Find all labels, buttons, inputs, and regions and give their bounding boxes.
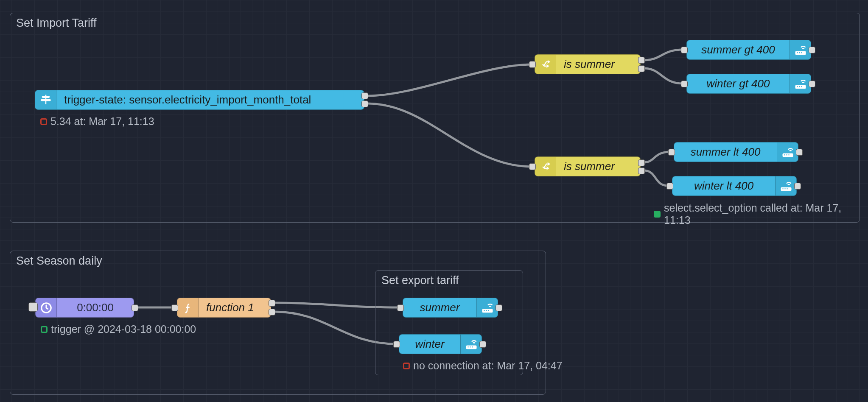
node-trigger-state[interactable]: trigger-state: sensor.electricity_import… — [35, 90, 364, 110]
port-out[interactable] — [638, 168, 645, 174]
port-out[interactable] — [638, 65, 645, 72]
node-switch-is-summer-1[interactable]: is summer — [535, 54, 641, 74]
node-summer-gt-400[interactable]: summer gt 400 — [686, 40, 811, 60]
node-label: is summer — [556, 157, 640, 176]
node-summer[interactable]: summer — [403, 298, 498, 318]
switch-icon — [535, 157, 556, 176]
port-in[interactable] — [397, 304, 404, 311]
port-in[interactable] — [393, 341, 400, 348]
status-dot-red — [40, 118, 47, 125]
port-out[interactable] — [132, 304, 138, 311]
port-out[interactable] — [479, 341, 486, 348]
router-icon — [790, 40, 811, 59]
node-label: summer gt 400 — [687, 40, 790, 59]
port-out[interactable] — [809, 47, 815, 53]
group-label: Set export tariff — [381, 274, 459, 287]
node-label: winter gt 400 — [687, 74, 790, 93]
flow-canvas[interactable]: Set Import Tariff trigger-state: sensor.… — [0, 0, 868, 402]
port-out[interactable] — [269, 300, 275, 307]
node-label: is summer — [556, 55, 640, 74]
node-label: winter lt 400 — [672, 176, 775, 195]
inject-button[interactable] — [28, 302, 38, 312]
status-trigger: 5.34 at: Mar 17, 11:13 — [40, 115, 154, 128]
signpost-icon — [35, 90, 56, 109]
status-no-connection: no connection at: Mar 17, 04:47 — [403, 360, 563, 372]
node-label: trigger-state: sensor.electricity_import… — [56, 90, 364, 109]
port-out[interactable] — [361, 100, 368, 107]
switch-icon — [535, 55, 556, 74]
node-switch-is-summer-2[interactable]: is summer — [535, 156, 641, 176]
status-text: trigger @ 2024-03-18 00:00:00 — [51, 323, 196, 335]
port-out[interactable] — [496, 304, 502, 311]
node-label: function 1 — [199, 298, 271, 317]
node-winter[interactable]: winter — [399, 334, 482, 354]
node-label: winter — [399, 335, 460, 354]
function-icon — [177, 298, 199, 317]
router-icon — [460, 335, 482, 354]
status-dot-red — [403, 363, 410, 369]
group-label: Set Season daily — [16, 254, 102, 268]
status-inject: trigger @ 2024-03-18 00:00:00 — [41, 323, 196, 335]
port-in[interactable] — [681, 47, 688, 53]
status-dot-green-outline — [41, 326, 48, 333]
status-text: no connection at: Mar 17, 04:47 — [413, 360, 563, 372]
node-label: summer lt 400 — [674, 142, 777, 162]
status-text: 5.34 at: Mar 17, 11:13 — [50, 115, 154, 128]
status-dot-green — [654, 211, 661, 218]
port-out[interactable] — [796, 149, 803, 156]
port-out[interactable] — [638, 57, 645, 64]
router-icon — [775, 176, 796, 195]
status-text: select.select_option called at: Mar 17, … — [664, 202, 868, 226]
router-icon — [790, 74, 811, 93]
port-in[interactable] — [171, 304, 178, 311]
router-icon — [777, 142, 798, 162]
node-label: summer — [403, 298, 476, 317]
port-in[interactable] — [668, 149, 675, 156]
node-inject[interactable]: 0:00:00 — [35, 298, 134, 318]
port-out[interactable] — [638, 159, 645, 166]
port-out[interactable] — [361, 92, 368, 99]
port-out[interactable] — [809, 81, 815, 87]
port-in[interactable] — [529, 61, 536, 68]
node-summer-lt-400[interactable]: summer lt 400 — [674, 142, 798, 162]
port-in[interactable] — [529, 163, 536, 170]
node-label: 0:00:00 — [57, 298, 134, 317]
router-icon — [476, 298, 498, 317]
group-label: Set Import Tariff — [16, 17, 97, 30]
port-in[interactable] — [666, 183, 673, 190]
node-winter-gt-400[interactable]: winter gt 400 — [686, 74, 811, 94]
port-out[interactable] — [794, 183, 801, 190]
node-function-1[interactable]: function 1 — [177, 298, 271, 318]
status-select: select.select_option called at: Mar 17, … — [654, 202, 868, 226]
port-in[interactable] — [681, 81, 688, 87]
port-out[interactable] — [269, 309, 275, 315]
clock-icon — [36, 298, 57, 317]
node-winter-lt-400[interactable]: winter lt 400 — [672, 176, 797, 196]
